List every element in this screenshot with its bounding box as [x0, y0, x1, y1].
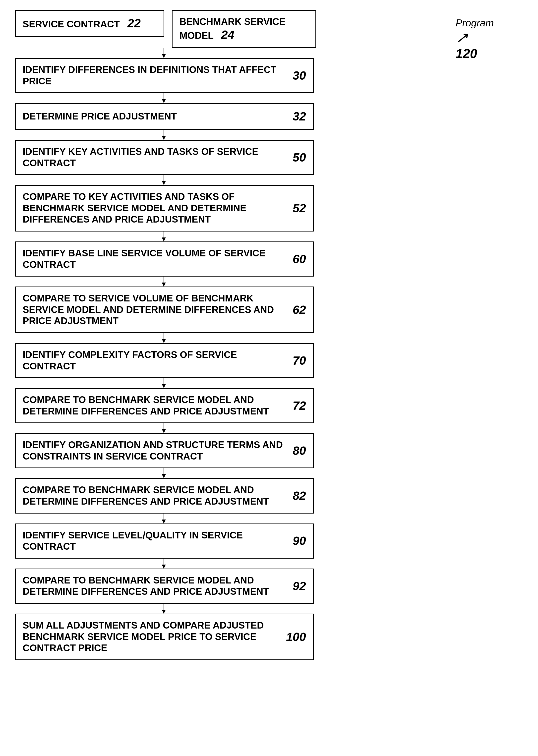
- step-90-text: IDENTIFY SERVICE LEVEL/QUALITY IN SERVIC…: [23, 530, 288, 552]
- step-90-box: IDENTIFY SERVICE LEVEL/QUALITY IN SERVIC…: [15, 524, 314, 559]
- step-50-text: IDENTIFY KEY ACTIVITIES AND TASKS OF SER…: [23, 146, 288, 169]
- step-100-text: SUM ALL ADJUSTMENTS AND COMPARE ADJUSTED…: [23, 620, 281, 654]
- step-92-number: 92: [293, 579, 306, 593]
- benchmark-model-number: 24: [221, 28, 234, 41]
- step-80-box: IDENTIFY ORGANIZATION AND STRUCTURE TERM…: [15, 433, 314, 468]
- arrow-4: [164, 231, 164, 241]
- arrow-2: [164, 130, 164, 140]
- step-72-number: 72: [293, 399, 306, 413]
- step-92-text: COMPARE TO BENCHMARK SERVICE MODEL AND D…: [23, 575, 288, 597]
- step-52-box: COMPARE TO KEY ACTIVITIES AND TASKS OF B…: [15, 185, 314, 231]
- step-90-number: 90: [293, 534, 306, 548]
- service-contract-label: SERVICE CONTRACT: [23, 19, 120, 29]
- right-panel: Program ↗120: [441, 13, 494, 61]
- arrow-8: [164, 423, 164, 433]
- program-number: 120: [456, 46, 494, 61]
- program-word: Program: [456, 18, 494, 28]
- arrow-11: [164, 559, 164, 569]
- step-92-box: COMPARE TO BENCHMARK SERVICE MODEL AND D…: [15, 569, 314, 604]
- top-row: SERVICE CONTRACT 22 BENCHMARK SERVICE MO…: [15, 10, 426, 48]
- step-72-text: COMPARE TO BENCHMARK SERVICE MODEL AND D…: [23, 394, 288, 417]
- step-62-text: COMPARE TO SERVICE VOLUME OF BENCHMARK S…: [23, 293, 288, 327]
- step-60-number: 60: [293, 252, 306, 266]
- flow-column: SERVICE CONTRACT 22 BENCHMARK SERVICE MO…: [15, 10, 426, 660]
- step-32-number: 32: [293, 109, 306, 124]
- arrow-0: [164, 48, 164, 58]
- step-82-number: 82: [293, 489, 306, 503]
- step-32-box: DETERMINE PRICE ADJUSTMENT 32: [15, 103, 314, 130]
- arrow-6: [164, 333, 164, 343]
- step-50-number: 50: [293, 150, 306, 165]
- step-52-text: COMPARE TO KEY ACTIVITIES AND TASKS OF B…: [23, 191, 288, 225]
- arrow-12: [164, 604, 164, 614]
- step-82-text: COMPARE TO BENCHMARK SERVICE MODEL AND D…: [23, 484, 288, 507]
- step-100-number: 100: [286, 630, 306, 644]
- service-contract-box: SERVICE CONTRACT 22: [15, 10, 164, 37]
- step-32-text: DETERMINE PRICE ADJUSTMENT: [23, 111, 288, 122]
- step-50-box: IDENTIFY KEY ACTIVITIES AND TASKS OF SER…: [15, 140, 314, 175]
- step-100-box: SUM ALL ADJUSTMENTS AND COMPARE ADJUSTED…: [15, 614, 314, 660]
- step-60-text: IDENTIFY BASE LINE SERVICE VOLUME OF SER…: [23, 248, 288, 270]
- arrow-3: [164, 175, 164, 185]
- step-70-number: 70: [293, 353, 306, 368]
- diagram-container: SERVICE CONTRACT 22 BENCHMARK SERVICE MO…: [15, 10, 523, 660]
- step-30-text: IDENTIFY DIFFERENCES IN DEFINITIONS THAT…: [23, 64, 288, 87]
- arrow-9: [164, 468, 164, 478]
- arrow-5: [164, 277, 164, 286]
- step-30-number: 30: [293, 69, 306, 83]
- step-70-box: IDENTIFY COMPLEXITY FACTORS OF SERVICE C…: [15, 343, 314, 378]
- benchmark-model-box: BENCHMARK SERVICE MODEL 24: [172, 10, 316, 48]
- arrow-7: [164, 378, 164, 388]
- step-70-text: IDENTIFY COMPLEXITY FACTORS OF SERVICE C…: [23, 349, 288, 372]
- step-72-box: COMPARE TO BENCHMARK SERVICE MODEL AND D…: [15, 388, 314, 423]
- step-80-number: 80: [293, 444, 306, 458]
- step-52-number: 52: [293, 201, 306, 216]
- step-62-box: COMPARE TO SERVICE VOLUME OF BENCHMARK S…: [15, 286, 314, 333]
- service-contract-number: 22: [127, 17, 140, 30]
- step-30-box: IDENTIFY DIFFERENCES IN DEFINITIONS THAT…: [15, 58, 314, 93]
- step-62-number: 62: [293, 303, 306, 317]
- arrow-1: [164, 93, 164, 103]
- step-80-text: IDENTIFY ORGANIZATION AND STRUCTURE TERM…: [23, 439, 288, 462]
- arrow-10: [164, 514, 164, 524]
- step-60-box: IDENTIFY BASE LINE SERVICE VOLUME OF SER…: [15, 241, 314, 277]
- program-label: Program ↗120: [456, 18, 494, 61]
- step-82-box: COMPARE TO BENCHMARK SERVICE MODEL AND D…: [15, 478, 314, 513]
- program-arrow-icon: ↗: [456, 29, 468, 46]
